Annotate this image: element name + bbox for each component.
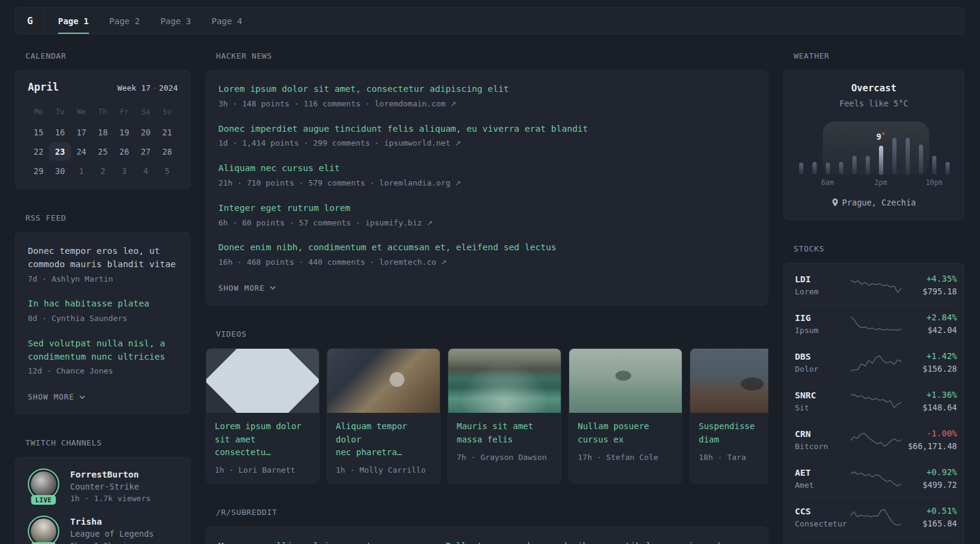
weather-bar [919, 144, 923, 175]
hn-story-title[interactable]: Donec enim nibh, condimentum et accumsan… [218, 241, 756, 254]
calendar-day: 27 [135, 143, 156, 161]
stock-row-aet[interactable]: AETAmet+0.92%$499.72 [795, 459, 953, 497]
stock-name: Amet [795, 481, 851, 490]
story-domain-link[interactable]: loremtech.co ↗ [379, 257, 447, 267]
calendar-week: Week 17 [117, 83, 151, 92]
video-card[interactable]: Mauris sit amet massa felis7h · Grayson … [448, 348, 561, 484]
calendar-widget: CALENDAR April Week 17·2024 MoTuWeThFrSa… [15, 51, 191, 189]
weather-hour-labels: 6am2pm10pm [794, 178, 954, 188]
calendar-week-year: Week 17·2024 [117, 83, 178, 92]
weather-section-label: WEATHER [794, 51, 964, 60]
calendar-day: 26 [114, 143, 135, 161]
stock-row-iig[interactable]: IIGIpsum+2.84%$42.04 [795, 304, 953, 343]
external-link-icon: ↗ [426, 219, 433, 227]
video-title[interactable]: Mauris sit amet massa felis [457, 420, 552, 447]
video-thumbnail[interactable] [690, 349, 768, 413]
story-domain-link[interactable]: loremdomain.com ↗ [374, 99, 456, 108]
stock-change: +0.51% [901, 506, 957, 516]
subreddit-section-label: /R/SUBREDDIT [216, 508, 768, 517]
nav-tab-page-2[interactable]: Page 2 [109, 8, 140, 34]
stock-values: +0.51%$165.84 [901, 506, 957, 528]
video-meta: 18h · Tara [699, 453, 768, 462]
rss-item-title[interactable]: Donec tempor eros leo, ut commodo mauris… [28, 245, 178, 271]
hn-story-meta: 1d · 1,414 points · 299 comments · ipsum… [218, 138, 756, 149]
calendar-month: April [28, 81, 59, 93]
calendar-day: 30 [49, 162, 70, 180]
video-title[interactable]: Aliquam tempor dolor nec pharetra… [336, 420, 431, 459]
weather-bar [812, 162, 817, 175]
stock-name: Lorem [795, 287, 851, 296]
video-thumbnail[interactable] [448, 349, 561, 413]
video-title[interactable]: Nullam posuere cursus ex [578, 420, 673, 447]
stock-row-ccs[interactable]: CCSConsectetur+0.51%$165.84 [795, 497, 953, 536]
weather-bar [826, 163, 830, 175]
stocks-card: LDILorem+4.35%$795.18IIGIpsum+2.84%$42.0… [783, 263, 964, 544]
weather-condition: Overcast [794, 83, 954, 94]
weather-card: Overcast Feels like 5°C 9° 6am2pm10pm Pr… [783, 70, 964, 220]
video-title[interactable]: Lorem ipsum dolor sit amet consectetu… [215, 420, 310, 459]
nav-tab-page-3[interactable]: Page 3 [160, 8, 191, 34]
calendar-day: 1 [71, 162, 92, 180]
twitch-channel-name: Trisha [70, 517, 154, 526]
weather-location: Prague, Czechia [842, 198, 916, 207]
calendar-section-label: CALENDAR [25, 51, 191, 60]
video-thumbnail[interactable] [327, 349, 440, 413]
subreddit-post-title[interactable]: Maecenas mollis pulvinar erat non posuer… [218, 539, 756, 544]
twitch-channel-row[interactable]: LIVETrishaLeague of Legends3h · 1.2k vie… [28, 516, 178, 544]
video-card[interactable]: Suspendisse diam18h · Tara [690, 348, 768, 484]
hacker-news-widget: HACKER NEWS Lorem ipsum dolor sit amet, … [206, 51, 768, 305]
hacker-news-show-more-button[interactable]: SHOW MORE [218, 283, 276, 293]
stocks-widget: STOCKS LDILorem+4.35%$795.18IIGIpsum+2.8… [783, 244, 964, 544]
video-card-body: Nullam posuere cursus ex17h · Stefan Col… [569, 413, 682, 470]
rss-show-more-button[interactable]: SHOW MORE [28, 392, 85, 401]
calendar-day: 18 [92, 123, 113, 141]
rss-item-title[interactable]: In hac habitasse platea [28, 297, 178, 311]
hn-story-meta: 3h · 148 points · 116 comments · loremdo… [218, 99, 756, 110]
stock-values: +0.92%$499.72 [901, 467, 957, 490]
stock-price: $42.04 [901, 325, 957, 335]
hn-story-title[interactable]: Donec imperdiet augue tincidunt felis al… [218, 123, 756, 136]
calendar-grid: MoTuWeThFrSaSu15161718192021222324252627… [28, 105, 178, 180]
story-domain-link[interactable]: loremlandia.org ↗ [379, 178, 461, 187]
rss-item: In hac habitasse platea8d · Cynthia Saun… [28, 297, 178, 325]
video-card-body: Suspendisse diam18h · Tara [690, 413, 768, 470]
weather-bar [906, 138, 910, 175]
hour-label: 6am [822, 178, 834, 187]
stocks-section-label: STOCKS [794, 244, 964, 253]
story-domain-link[interactable]: ipsumify.biz ↗ [365, 218, 433, 227]
subreddit-widget: /R/SUBREDDIT Maecenas mollis pulvinar er… [206, 508, 768, 544]
stock-row-crn[interactable]: CRNBitcorn-1.00%$66,171.48 [795, 420, 953, 459]
twitch-channel-meta: 1h · 1.7k viewers [70, 494, 151, 503]
stock-row-ahs[interactable]: AHS+0.46% [795, 536, 953, 544]
videos-section-label: VIDEOS [216, 329, 768, 338]
video-card[interactable]: Aliquam tempor dolor nec pharetra…1h · M… [327, 348, 440, 484]
external-link-icon: ↗ [451, 100, 457, 108]
hn-story-title[interactable]: Lorem ipsum dolor sit amet, consectetur … [218, 83, 756, 96]
rss-item-title[interactable]: Sed volutpat nulla nisl, a condimentum n… [28, 337, 178, 364]
video-title[interactable]: Suspendisse diam [699, 420, 768, 447]
video-card[interactable]: Lorem ipsum dolor sit amet consectetu…1h… [206, 348, 319, 484]
calendar-day: 29 [28, 162, 49, 180]
stock-info: CCSConsectetur [795, 507, 851, 528]
stock-row-snrc[interactable]: SNRCSit+1.36%$148.64 [795, 381, 953, 420]
app-logo[interactable]: G [16, 8, 45, 34]
nav-tab-page-4[interactable]: Page 4 [212, 8, 243, 34]
stock-row-dbs[interactable]: DBSDolor+1.42%$156.28 [795, 343, 953, 381]
rss-item: Donec tempor eros leo, ut commodo mauris… [28, 245, 178, 285]
video-thumbnail[interactable] [206, 349, 319, 413]
rss-list: Donec tempor eros leo, ut commodo mauris… [28, 245, 178, 377]
hn-story-meta: 16h · 468 points · 440 comments · loremt… [218, 257, 756, 268]
story-domain-link[interactable]: ipsumworld.net ↗ [384, 138, 461, 147]
video-card[interactable]: Nullam posuere cursus ex17h · Stefan Col… [569, 348, 682, 484]
weather-hourly-chart: 9° [794, 121, 954, 175]
twitch-avatar-wrap: LIVE [28, 516, 59, 544]
video-meta: 1h · Molly Carrillo [336, 465, 431, 474]
hour-label: 10pm [926, 178, 942, 187]
calendar-day: 5 [157, 162, 178, 180]
nav-tab-page-1[interactable]: Page 1 [58, 8, 89, 34]
video-thumbnail[interactable] [569, 349, 682, 413]
twitch-channel-row[interactable]: LIVEForrestBurtonCounter-Strike1h · 1.7k… [28, 468, 178, 504]
hn-story-title[interactable]: Integer eget rutrum lorem [218, 202, 756, 215]
stock-row-ldi[interactable]: LDILorem+4.35%$795.18 [795, 266, 953, 304]
hn-story-title[interactable]: Aliquam nec cursus elit [218, 162, 756, 175]
